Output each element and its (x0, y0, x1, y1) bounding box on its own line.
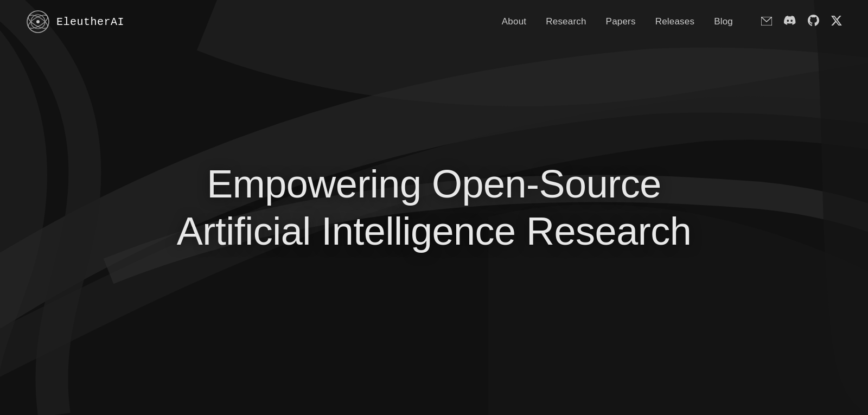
hero-headline-line2: Artificial Intelligence Research (177, 209, 691, 253)
github-icon[interactable] (808, 15, 819, 29)
navbar: EleutherAI About Research Papers Release… (0, 0, 868, 43)
nav-research[interactable]: Research (546, 16, 586, 27)
nav-blog[interactable]: Blog (714, 16, 733, 27)
twitter-icon[interactable] (831, 16, 842, 28)
hero-content: Empowering Open-Source Artificial Intell… (133, 161, 735, 254)
hero-headline-line1: Empowering Open-Source (207, 162, 661, 206)
nav-papers[interactable]: Papers (606, 16, 636, 27)
nav-about[interactable]: About (502, 16, 526, 27)
discord-icon[interactable] (784, 16, 796, 28)
hero-section: EleutherAI About Research Papers Release… (0, 0, 868, 415)
nav-releases[interactable]: Releases (655, 16, 694, 27)
hero-headline: Empowering Open-Source Artificial Intell… (177, 161, 691, 254)
brand-name: EleutherAI (56, 16, 124, 28)
social-icons (761, 15, 842, 29)
email-icon[interactable] (761, 16, 772, 28)
brand-logo-link[interactable]: EleutherAI (26, 10, 124, 34)
logo-icon (26, 10, 50, 34)
nav-links: About Research Papers Releases Blog (502, 16, 733, 27)
svg-point-5 (36, 20, 40, 23)
